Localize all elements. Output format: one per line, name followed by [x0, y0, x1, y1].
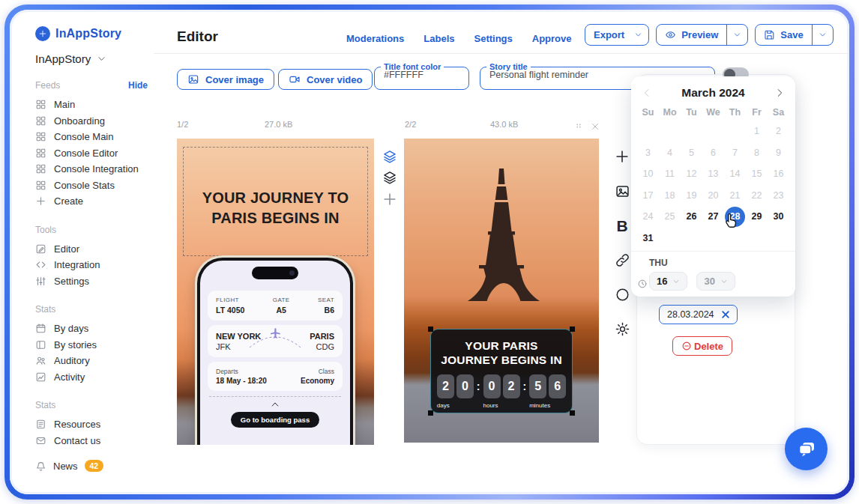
- plus-icon: [35, 195, 46, 207]
- calendar-day-7[interactable]: 7: [724, 142, 746, 164]
- calendar-day-16[interactable]: 16: [768, 163, 789, 185]
- clear-date-icon[interactable]: [720, 309, 731, 320]
- previous-month-button[interactable]: [642, 88, 652, 98]
- header-link-labels[interactable]: Labels: [424, 33, 454, 44]
- calendar-day-10[interactable]: 10: [637, 163, 659, 185]
- departure-card: Departs18 May - 18:20 ClassEconomy: [208, 362, 343, 391]
- add-layer-icon[interactable]: [382, 191, 398, 207]
- calendar-day-15[interactable]: 15: [746, 163, 768, 185]
- slide1-headline[interactable]: YOUR JOURNEY TO PARIS BEGINS IN: [177, 188, 374, 228]
- cover-image-button[interactable]: Cover image: [177, 69, 274, 90]
- preview-dropdown-button[interactable]: [726, 25, 747, 45]
- calendar-day-2[interactable]: 2: [768, 121, 789, 142]
- calendar-day-11[interactable]: 11: [659, 163, 681, 185]
- calendar-day-25[interactable]: 25: [659, 206, 681, 228]
- slide2-canvas[interactable]: YOUR PARIS JOURNEY BEGINS IN 20days:02ho…: [404, 139, 599, 443]
- sidebar-item-console-stats[interactable]: Console Stats: [35, 177, 154, 194]
- calendar-day-3[interactable]: 3: [637, 142, 659, 164]
- sidebar-item-main[interactable]: Main: [35, 97, 154, 113]
- calendar-day-20[interactable]: 20: [702, 185, 724, 207]
- header-link-settings[interactable]: Settings: [474, 33, 512, 44]
- calendar-day-4[interactable]: 4: [659, 142, 681, 164]
- hide-feeds-link[interactable]: Hide: [128, 80, 148, 91]
- chat-launcher-button[interactable]: [785, 428, 828, 470]
- sidebar-item-integration[interactable]: Integration: [35, 257, 154, 273]
- calendar-day-8[interactable]: 8: [746, 142, 768, 164]
- calendar-day-17[interactable]: 17: [637, 185, 659, 207]
- settings-button[interactable]: [614, 321, 630, 337]
- chevron-down-icon: [672, 278, 680, 285]
- calendar-day-9[interactable]: 9: [768, 142, 789, 164]
- calendar-day-29[interactable]: 29: [746, 206, 768, 228]
- delete-schedule-button[interactable]: Delete: [672, 336, 732, 356]
- sidebar-item-settings[interactable]: Settings: [35, 273, 154, 290]
- sidebar-item-auditory[interactable]: Auditory: [35, 353, 154, 369]
- header-link-approve[interactable]: Approve: [532, 33, 572, 44]
- calendar-day-22[interactable]: 22: [746, 185, 768, 207]
- calendar-day-31[interactable]: 31: [637, 228, 659, 249]
- calendar-day-5[interactable]: 5: [681, 142, 702, 164]
- sidebar-item-by-days[interactable]: By days: [35, 321, 154, 337]
- countdown-widget[interactable]: YOUR PARIS JOURNEY BEGINS IN 20days:02ho…: [430, 329, 573, 413]
- sidebar-item-contact-us[interactable]: Contact us: [35, 433, 154, 449]
- add-text-button[interactable]: B: [614, 217, 630, 234]
- sidebar-item-console-main[interactable]: Console Main: [35, 129, 154, 145]
- calendar-day-23[interactable]: 23: [768, 185, 789, 207]
- calendar-day-14[interactable]: 14: [724, 163, 746, 185]
- next-month-button[interactable]: [774, 88, 785, 98]
- slide1-canvas[interactable]: YOUR JOURNEY TO PARIS BEGINS IN FLIGHTLT…: [177, 139, 374, 445]
- sidebar-item-editor[interactable]: Editor: [35, 241, 154, 258]
- calendar-day-1[interactable]: 1: [746, 121, 768, 142]
- calendar-day-12[interactable]: 12: [681, 163, 702, 185]
- add-link-button[interactable]: [614, 252, 630, 268]
- sidebar-item-console-editor[interactable]: Console Editor: [35, 145, 154, 162]
- calendar-day-6[interactable]: 6: [702, 142, 724, 164]
- cover-video-button[interactable]: Cover video: [278, 69, 373, 90]
- slide2-index: 2/2: [405, 120, 416, 129]
- countdown-digit: 0: [483, 374, 501, 398]
- calendar-day-30[interactable]: 30: [768, 206, 789, 228]
- calendar-day-24[interactable]: 24: [637, 206, 659, 228]
- scheduled-date-chip[interactable]: 28.03.2024: [659, 305, 738, 324]
- calendar-day-13[interactable]: 13: [702, 163, 724, 185]
- calendar-empty-cell: [768, 228, 789, 249]
- phone-notch: [252, 267, 298, 279]
- sidebar-item-news[interactable]: News 42: [35, 460, 103, 472]
- time-weekday-label: THU: [649, 258, 795, 268]
- sidebar-item-activity[interactable]: Activity: [35, 369, 154, 386]
- drag-handle-icon[interactable]: [573, 121, 584, 132]
- workspace-selector[interactable]: InAppStory: [35, 52, 154, 65]
- boarding-pass-button[interactable]: Go to boarding pass: [231, 412, 319, 428]
- add-image-button[interactable]: [614, 183, 630, 199]
- save-button[interactable]: Save: [756, 25, 811, 45]
- layers-back-icon[interactable]: [382, 170, 397, 185]
- calendar-day-18[interactable]: 18: [659, 185, 681, 207]
- sidebar-item-resources[interactable]: Resources: [35, 416, 154, 433]
- sidebar-item-console-integration[interactable]: Console Integration: [35, 161, 154, 177]
- save-dropdown-button[interactable]: [812, 25, 833, 45]
- calendar-day-19[interactable]: 19: [681, 185, 702, 207]
- calendar-empty-cell: [637, 121, 659, 142]
- countdown-digit: 2: [503, 374, 520, 398]
- sidebar-item-onboarding[interactable]: Onboarding: [35, 113, 154, 130]
- layers-front-icon[interactable]: [382, 149, 397, 164]
- header-link-moderations[interactable]: Moderations: [346, 33, 404, 44]
- section-label-tools-1: Tools: [35, 225, 148, 235]
- calendar-empty-cell: [659, 121, 681, 142]
- close-slide-icon[interactable]: [590, 121, 600, 132]
- calendar-day-21[interactable]: 21: [724, 185, 746, 207]
- sidebar-item-by-stories[interactable]: By stories: [35, 337, 154, 353]
- preview-button[interactable]: Preview: [657, 25, 726, 45]
- slide2-headline: YOUR PARIS JOURNEY BEGINS IN: [438, 338, 564, 368]
- add-element-button[interactable]: [614, 148, 630, 165]
- minute-select[interactable]: 30: [696, 272, 735, 291]
- brand-logo[interactable]: InAppStory: [35, 26, 154, 41]
- sidebar-item-create[interactable]: Create: [35, 193, 154, 210]
- calendar-day-27[interactable]: 27: [702, 206, 724, 228]
- calendar-day-26[interactable]: 26: [681, 206, 702, 228]
- export-button[interactable]: Export: [585, 24, 649, 46]
- title-font-color-field[interactable]: Title font color #FFFFFF: [374, 62, 469, 90]
- calendar-weekdays: SuMoTuWeThFrSa: [631, 104, 795, 121]
- add-shape-button[interactable]: [614, 286, 630, 303]
- hour-select[interactable]: 16: [649, 272, 687, 291]
